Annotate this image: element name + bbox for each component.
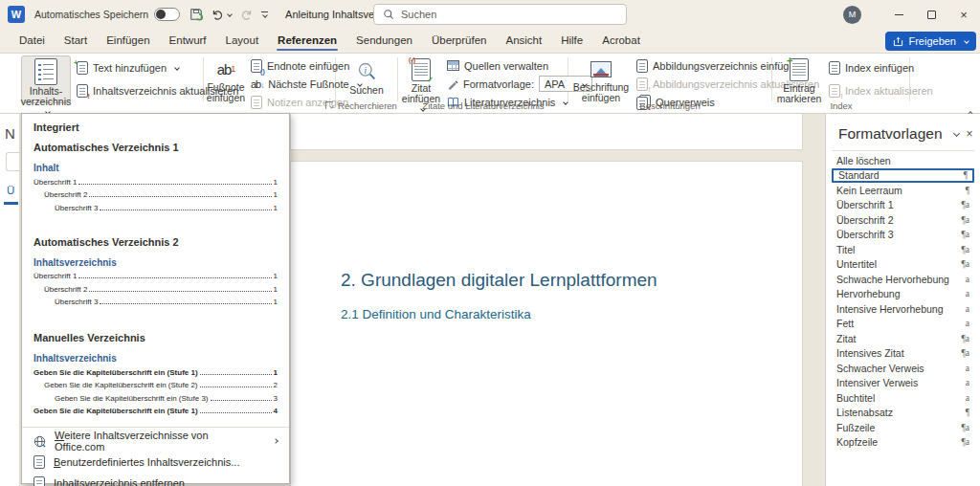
tab-hilfe[interactable]: Hilfe (551, 30, 592, 52)
menu-item-custom-toc[interactable]: Benutzerdefiniertes Inhaltsverzeichnis..… (22, 452, 289, 473)
styles-pane-title: Formatvorlagen (838, 125, 943, 143)
close-button[interactable]: × (947, 0, 980, 29)
styles-pane-close-icon[interactable]: × (967, 127, 973, 141)
tab-ueberpruefen[interactable]: Überprüfen (422, 30, 497, 52)
minimize-button[interactable] (882, 0, 915, 29)
style-item[interactable]: Intensiver Verweisa (832, 376, 974, 391)
tab-einfuegen[interactable]: Einfügen (97, 30, 159, 52)
toggle-knob (156, 10, 166, 19)
insert-caption-button[interactable]: Beschriftung einfügen (569, 55, 633, 103)
search-input[interactable]: Suchen (373, 4, 627, 25)
style-item[interactable]: Schwache Hervorhebunga (832, 272, 974, 287)
navigation-pane-title-partial: N (5, 125, 15, 142)
style-type-symbol: ¶ (964, 170, 968, 180)
style-type-symbol: ¶a (961, 215, 969, 225)
group-inhaltsverzeichnis: Inhalts- verzeichnis + Text hinzufügen !… (21, 55, 203, 105)
toc-gallery-item-manual[interactable]: Manuelles Verzeichnis Inhaltsverzeichnis… (22, 325, 289, 419)
style-type-symbol: a (966, 319, 969, 328)
smart-search-icon: i (357, 58, 377, 83)
word-logo-icon[interactable]: W (8, 6, 25, 23)
document-page-2[interactable]: 2. Grundlagen digitaler Lernplattformen … (290, 161, 803, 486)
navigation-tab-partial[interactable]: Ü (7, 185, 14, 196)
style-type-symbol: ¶ (966, 186, 969, 195)
style-item[interactable]: Überschrift 1¶a (832, 198, 974, 213)
update-index-button: ! Index aktualisieren (829, 82, 933, 99)
save-icon[interactable] (189, 8, 203, 21)
group-recherchieren: i Suchen (337, 55, 396, 105)
style-item[interactable]: Intensives Zitat¶a (832, 346, 974, 362)
style-type-symbol: ¶a (961, 230, 969, 239)
show-notes-icon (251, 96, 262, 109)
update-index-icon: ! (829, 84, 840, 98)
style-item[interactable]: Titel¶a (832, 242, 974, 257)
update-toc-icon: ! (77, 84, 88, 98)
style-item[interactable]: Intensive Hervorhebunga (832, 301, 974, 317)
mark-entry-button[interactable]: + Eintrag markieren (773, 55, 825, 103)
avatar[interactable]: M (843, 6, 861, 24)
style-type-symbol: a (966, 364, 969, 373)
share-button[interactable]: Freigeben (885, 32, 976, 51)
clear-all-styles[interactable]: Alle löschen (832, 153, 974, 168)
group-label-zitate: Zitate und Literaturverzeichnis (422, 100, 544, 111)
tab-acrobat[interactable]: Acrobat (592, 30, 650, 52)
toc-gallery-item-auto2[interactable]: Automatisches Verzeichnis 2 Inhaltsverze… (22, 230, 289, 311)
style-item[interactable]: Überschrift 2¶a (832, 212, 974, 228)
undo-button[interactable] (212, 9, 232, 21)
toc-gallery-item-auto1[interactable]: Automatisches Verzeichnis 1 Inhalt Übers… (22, 135, 289, 216)
customize-qat-icon[interactable] (261, 11, 268, 17)
group-label-index: Index (830, 100, 852, 111)
style-item[interactable]: Kein Leerraum¶ (832, 183, 974, 198)
style-item[interactable]: Kopfzeile¶a (832, 435, 974, 451)
document-heading-2[interactable]: 2.1 Definition und Charakteristika (341, 307, 531, 321)
insert-footnote-button[interactable]: ab1 Fußnote einfügen (205, 55, 247, 103)
document-page-1[interactable] (290, 114, 803, 150)
insert-index-button[interactable]: Index einfügen (829, 59, 933, 76)
style-item[interactable]: Hervorhebunga (832, 287, 974, 302)
styles-pane-chevron-icon[interactable] (950, 127, 959, 141)
search-ribbon-button[interactable]: i Suchen (344, 55, 390, 103)
tab-ansicht[interactable]: Ansicht (496, 30, 551, 52)
toc-gallery-menu: Integriert Automatisches Verzeichnis 1 I… (21, 113, 290, 484)
redo-button[interactable] (240, 9, 253, 21)
footnote-icon: ab1 (217, 58, 235, 80)
style-type-symbol: a (966, 378, 969, 387)
group-divider (397, 57, 398, 101)
menu-item-remove-toc[interactable]: × Inhaltsverzeichnis entfernen (22, 473, 289, 486)
bibliography-chevron-icon (564, 99, 569, 105)
tab-layout[interactable]: Layout (216, 30, 269, 52)
tab-datei[interactable]: Datei (10, 30, 55, 52)
tab-referenzen[interactable]: Referenzen (268, 30, 346, 52)
style-item[interactable]: Untertitel¶a (832, 257, 974, 273)
group-label-beschriftungen: Beschriftungen (639, 100, 700, 111)
quick-access-toolbar (189, 8, 268, 21)
tab-entwurf[interactable]: Entwurf (160, 30, 216, 52)
manage-sources-icon (447, 60, 459, 71)
style-item[interactable]: Standard¶ (832, 168, 974, 184)
title-bar: W Automatisches Speichern Anleitung Inha… (0, 0, 980, 29)
tab-start[interactable]: Start (55, 30, 97, 52)
maximize-button[interactable] (915, 0, 947, 29)
footnotes-dialog-launcher-icon[interactable] (325, 101, 333, 109)
undo-chevron-icon[interactable] (227, 11, 233, 17)
style-item[interactable]: Buchtitela (832, 390, 974, 406)
style-type-symbol: ¶a (961, 437, 969, 447)
style-item[interactable]: Fußzeile¶a (832, 420, 974, 435)
style-item[interactable]: Überschrift 3¶a (832, 228, 974, 243)
style-item[interactable]: Fetta (832, 317, 974, 332)
navigation-tab-underline (4, 202, 18, 205)
style-type-symbol: a (966, 275, 969, 284)
remove-toc-icon: × (33, 476, 45, 486)
document-heading-1[interactable]: 2. Grundlagen digitaler Lernplattformen (341, 270, 657, 291)
navigation-searchbox-partial[interactable] (6, 152, 20, 171)
style-item[interactable]: Zitat¶a (832, 331, 974, 346)
autosave-toggle[interactable] (154, 8, 180, 21)
style-item[interactable]: Listenabsatz¶ (832, 406, 974, 421)
menu-item-more-tocs[interactable]: Weitere Inhaltsverzeichnisse von Office.… (22, 431, 289, 452)
toc-button[interactable]: Inhalts- verzeichnis (21, 55, 71, 103)
style-item[interactable]: Schwacher Verweisa (832, 361, 974, 376)
tab-sendungen[interactable]: Sendungen (346, 30, 422, 52)
ribbon: Inhalts- verzeichnis + Text hinzufügen !… (0, 54, 980, 114)
style-type-symbol: ¶ (966, 408, 969, 417)
insert-citation-button[interactable]: (-)✓ Zitat einfügen (399, 55, 443, 103)
style-type-symbol: a (966, 289, 969, 298)
